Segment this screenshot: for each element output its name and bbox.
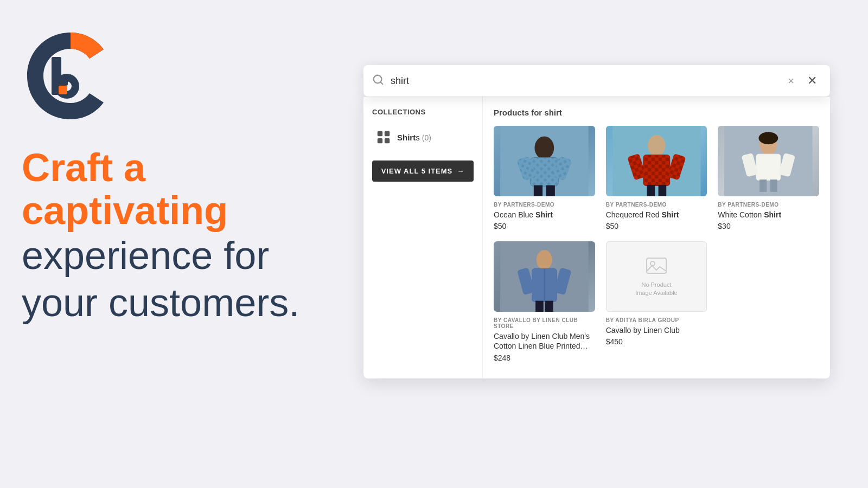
product-card-4[interactable]: BY CAVALLO BY LINEN CLUB STORE Cavallo b… (494, 241, 595, 362)
collection-grid-icon (375, 129, 392, 145)
svg-point-25 (648, 135, 666, 156)
svg-rect-37 (770, 179, 777, 192)
svg-rect-30 (658, 185, 666, 196)
product-image-1 (494, 126, 595, 196)
collections-column: Collections Shirts (0) VIEW ALL 5 ITEMS … (363, 97, 483, 378)
collections-header: Collections (372, 108, 474, 116)
products-column: Products for shirt (483, 97, 830, 378)
svg-rect-36 (760, 179, 767, 192)
search-icon (372, 74, 384, 88)
product-card-3[interactable]: BY PARTNERS-DEMO White Cotton Shirt $30 (718, 126, 819, 230)
collection-shirts-count: (0) (422, 133, 431, 142)
search-close-button[interactable]: ✕ (803, 72, 821, 90)
search-input[interactable] (391, 75, 783, 87)
product-price-5: $450 (606, 337, 707, 346)
svg-point-40 (537, 250, 552, 269)
headline-craft: Craft a (22, 146, 145, 189)
view-all-button[interactable]: VIEW ALL 5 ITEMS → (372, 160, 474, 182)
product-seller-4: BY CAVALLO BY LINEN CLUB STORE (494, 317, 595, 329)
svg-rect-47 (647, 258, 666, 273)
no-image-placeholder: No ProductImage Available (606, 241, 707, 312)
svg-rect-33 (756, 154, 781, 181)
product-price-1: $50 (494, 222, 595, 230)
headline-line4: your customers. (22, 279, 304, 326)
product-seller-3: BY PARTNERS-DEMO (718, 202, 819, 208)
svg-rect-9 (385, 138, 390, 143)
collection-shirts[interactable]: Shirts (0) (372, 125, 474, 150)
no-image-text: No ProductImage Available (635, 281, 677, 298)
view-all-label: VIEW ALL 5 ITEMS (381, 167, 453, 175)
product-price-4: $248 (494, 354, 595, 362)
product-name-4: Cavallo by Linen Club Men's Cotton Linen… (494, 331, 595, 351)
collection-shirts-label: Shirts (0) (397, 133, 431, 142)
product-price-2: $50 (606, 222, 707, 230)
product-name-1: Ocean Blue Shirt (494, 210, 595, 220)
svg-rect-26 (643, 155, 670, 186)
svg-rect-18 (546, 185, 555, 196)
svg-rect-29 (647, 185, 655, 196)
products-header: Products for shirt (494, 108, 819, 117)
product-name-5: Cavallo by Linen Club (606, 325, 707, 335)
product-image-3 (718, 126, 819, 196)
left-panel: Craft a captivating experience for your … (0, 0, 326, 488)
view-all-arrow: → (457, 167, 464, 175)
product-card-2[interactable]: BY PARTNERS-DEMO Chequered Red Shirt $50 (606, 126, 707, 230)
svg-rect-17 (534, 185, 542, 196)
svg-rect-45 (535, 301, 544, 312)
no-image-icon (646, 256, 667, 278)
search-bar: × ✕ (363, 65, 830, 97)
search-clear-button[interactable]: × (783, 73, 799, 89)
products-grid: BY PARTNERS-DEMO Ocean Blue Shirt $50 (494, 126, 819, 362)
svg-point-13 (534, 137, 554, 159)
results-panel: Collections Shirts (0) VIEW ALL 5 ITEMS … (363, 97, 830, 378)
product-seller-1: BY PARTNERS-DEMO (494, 202, 595, 208)
headline-line2: captivating (22, 189, 304, 232)
product-seller-2: BY PARTNERS-DEMO (606, 202, 707, 208)
product-image-4 (494, 241, 595, 312)
svg-rect-46 (545, 301, 553, 312)
product-card-5[interactable]: No ProductImage Available BY ADITYA BIRL… (606, 241, 707, 362)
product-image-2 (606, 126, 707, 196)
product-name-2: Chequered Red Shirt (606, 210, 707, 220)
svg-point-38 (759, 132, 778, 144)
headline: Craft a captivating experience for your … (22, 146, 304, 326)
svg-rect-6 (378, 131, 382, 136)
product-card-1[interactable]: BY PARTNERS-DEMO Ocean Blue Shirt $50 (494, 126, 595, 230)
headline-line3: experience for (22, 232, 304, 279)
right-panel: × ✕ Collections Shirts (0) VIEW ALL 5 IT… (326, 0, 868, 488)
svg-point-48 (650, 261, 655, 266)
product-price-3: $30 (718, 222, 819, 230)
headline-line1: Craft a (22, 146, 304, 189)
logo (22, 27, 119, 125)
headline-captivating: captivating (22, 189, 228, 232)
product-seller-5: BY ADITYA BIRLA GROUP (606, 317, 707, 323)
svg-rect-7 (385, 131, 390, 136)
svg-line-5 (380, 82, 382, 84)
product-name-3: White Cotton Shirt (718, 210, 819, 220)
svg-rect-3 (59, 86, 67, 94)
svg-rect-8 (378, 138, 382, 143)
